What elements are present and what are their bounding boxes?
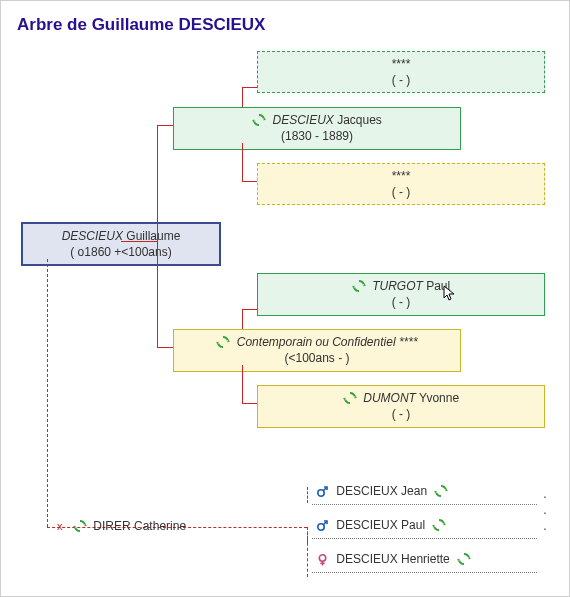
given: Yvonne: [419, 391, 459, 405]
male-icon: [316, 519, 329, 532]
connector: [242, 87, 257, 88]
dates: ( - ): [264, 72, 538, 88]
node-maternal-grandfather[interactable]: TURGOT Paul ( - ): [257, 273, 545, 316]
given: Paul: [401, 518, 425, 532]
connector-dashed: [307, 527, 308, 577]
spouse[interactable]: DIRER Catherine: [73, 519, 186, 534]
connector-dashed: [307, 487, 308, 503]
node-paternal-grandfather[interactable]: **** ( - ): [257, 51, 545, 93]
more-indicator[interactable]: . . .: [543, 485, 553, 533]
dates: (<100ans - ): [180, 350, 454, 366]
given: Henriette: [401, 552, 450, 566]
connector: [242, 87, 243, 107]
anon-name: ****: [392, 169, 411, 183]
page-title: Arbre de Guillaume DESCIEUX: [17, 15, 553, 35]
refresh-icon: [457, 552, 471, 566]
dates: ( - ): [264, 294, 538, 310]
node-maternal-grandmother[interactable]: DUMONT Yvonne ( - ): [257, 385, 545, 428]
refresh-icon: [343, 391, 357, 405]
given: Jacques: [337, 113, 382, 127]
surname: DIRER: [93, 519, 130, 533]
dates: ( o1860 +<100ans): [29, 244, 213, 260]
surname: DESCIEUX: [336, 552, 397, 566]
tree-canvas: **** ( - ) DESCIEUX Jacques (1830 - 1889…: [17, 45, 553, 585]
surname: DUMONT: [363, 391, 416, 405]
refresh-icon: [252, 113, 266, 127]
connector: [242, 143, 243, 181]
connector: [242, 403, 257, 404]
connector: [242, 365, 243, 403]
given: Catherine: [134, 519, 186, 533]
refresh-icon: [73, 519, 87, 533]
dates: ( - ): [264, 406, 538, 422]
connector: [157, 347, 173, 348]
given: Jean: [401, 484, 427, 498]
refresh-icon: [216, 335, 230, 349]
surname: DESCIEUX: [272, 113, 333, 127]
node-mother[interactable]: Contemporain ou Confidentiel **** (<100a…: [173, 329, 461, 372]
node-subject[interactable]: DESCIEUX Guillaume ( o1860 +<100ans): [21, 222, 221, 266]
surname: DESCIEUX: [336, 518, 397, 532]
connector-dashed: [47, 259, 48, 527]
connector: [157, 241, 158, 347]
node-father[interactable]: DESCIEUX Jacques (1830 - 1889): [173, 107, 461, 150]
marriage-x-icon: x: [57, 520, 63, 532]
child-row[interactable]: DESCIEUX Henriette: [312, 549, 537, 573]
female-icon: [316, 553, 329, 566]
dates: ( - ): [264, 184, 538, 200]
label: Contemporain ou Confidentiel ****: [237, 335, 418, 349]
refresh-icon: [434, 484, 448, 498]
child-row[interactable]: DESCIEUX Jean: [312, 481, 537, 505]
connector: [242, 309, 257, 310]
connector: [157, 125, 158, 241]
connector: [121, 241, 157, 242]
surname: TURGOT: [372, 279, 423, 293]
refresh-icon: [352, 279, 366, 293]
node-paternal-grandmother[interactable]: **** ( - ): [257, 163, 545, 205]
anon-name: ****: [392, 57, 411, 71]
refresh-icon: [432, 518, 446, 532]
dates: (1830 - 1889): [180, 128, 454, 144]
connector: [242, 309, 243, 329]
cursor-icon: [443, 285, 459, 301]
connector: [242, 181, 257, 182]
child-row[interactable]: DESCIEUX Paul: [312, 515, 537, 539]
connector: [157, 125, 173, 126]
surname: DESCIEUX: [62, 229, 123, 243]
surname: DESCIEUX: [336, 484, 397, 498]
male-icon: [316, 485, 329, 498]
